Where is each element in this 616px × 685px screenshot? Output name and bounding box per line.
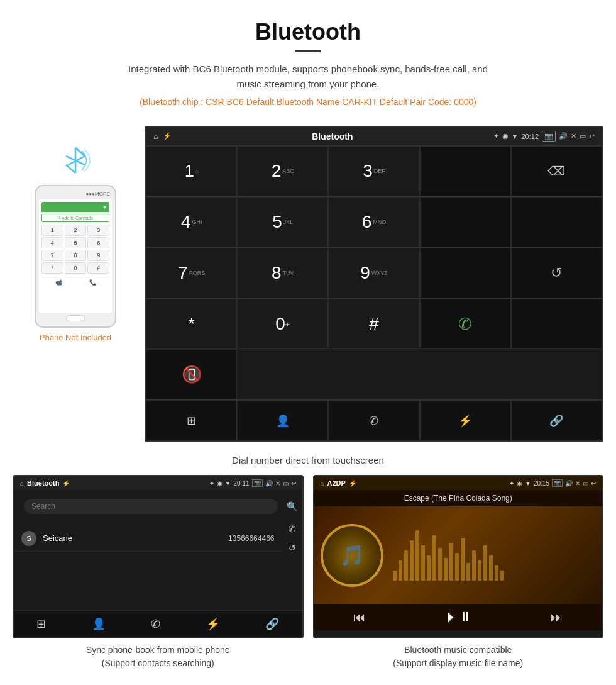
phone-dial-7: 7 [41, 250, 63, 261]
pb-contact-row[interactable]: S Seicane 13566664466 [14, 526, 282, 552]
pb-search-icon[interactable]: 🔍 [287, 501, 297, 511]
nav-dialpad-icon[interactable]: ⊞ [146, 400, 237, 441]
header-description: Integrated with BC6 Bluetooth module, su… [119, 62, 497, 92]
phone-dial-9: 9 [87, 250, 109, 261]
phone-contact-btn: + Add to Contacts [41, 214, 109, 222]
car-screen-dial: ⌂ ⚡ Bluetooth ✦ ◉ ▼ 20:12 📷 🔊 ✕ ▭ ↩ 1⌂ [145, 126, 603, 442]
statusbar-title: Bluetooth [312, 131, 353, 142]
dial-key-empty-1 [420, 146, 511, 196]
dial-key-call[interactable]: ✆ [420, 299, 511, 349]
phone-dial-8: 8 [65, 250, 87, 261]
time-display: 20:12 [521, 133, 539, 140]
svg-line-3 [66, 165, 75, 173]
dial-key-9[interactable]: 9WXYZ [328, 248, 419, 298]
music-content: 🎵 [314, 506, 603, 604]
phone-top-bar: ●●● MORE [39, 191, 112, 197]
phone-green-bar: ▼ [41, 202, 109, 212]
pb-search-placeholder: Search [31, 502, 55, 511]
pb-nav-bt[interactable]: ⚡ [206, 617, 220, 631]
pb-nav-call[interactable]: ✆ [151, 617, 160, 631]
music-song-title: Escape (The Pina Colada Song) [404, 494, 512, 503]
dial-key-7[interactable]: 7PQRS [146, 248, 237, 298]
music-title-label: A2DP [327, 479, 346, 487]
dial-key-8[interactable]: 8TUV [237, 248, 328, 298]
pb-bottom-nav: ⊞ 👤 ✆ ⚡ 🔗 [14, 610, 302, 637]
music-time: 20:15 [534, 480, 549, 487]
music-waveform [393, 530, 597, 581]
title-divider [295, 50, 321, 52]
dial-key-empty-5 [511, 299, 602, 349]
music-album-art: 🎵 [321, 524, 383, 587]
music-container: ⌂ A2DP ⚡ ✦◉▼ 20:15 📷 🔊✕▭↩ Escape (The Pi… [313, 475, 604, 673]
bt-icon: ✦ [493, 132, 499, 140]
pb-contact-name: Seicane [43, 533, 72, 543]
main-screenshot-area: ●●● MORE ▼ + Add to Contacts 1 2 3 4 5 6… [0, 126, 616, 442]
dial-key-empty-2 [420, 197, 511, 247]
dial-key-6[interactable]: 6MNO [328, 197, 419, 247]
phone-device: ●●● MORE ▼ + Add to Contacts 1 2 3 4 5 6… [35, 185, 116, 328]
nav-contacts-icon[interactable]: 👤 [237, 400, 328, 441]
pb-search-bar[interactable]: Search [24, 499, 278, 514]
dial-key-end-call[interactable]: 📵 [146, 349, 237, 399]
dial-key-backspace[interactable]: ⌫ [511, 146, 602, 196]
music-prev-icon[interactable]: ⏮ [353, 610, 366, 625]
phone-dial-2: 2 [65, 225, 87, 236]
dialpad-row-3: 7PQRS 8TUV 9WXYZ ↺ [146, 247, 602, 298]
music-controls: ⏮ ⏵⏸ ⏭ [314, 604, 603, 630]
phone-bottom-bar: 📹 📞 [41, 277, 109, 286]
dial-key-star[interactable]: * [146, 299, 237, 349]
music-song-title-bar: Escape (The Pina Colada Song) [314, 490, 603, 506]
nav-bt-icon[interactable]: ⚡ [420, 400, 511, 441]
phone-dial-4: 4 [41, 237, 63, 248]
phone-mockup-container: ●●● MORE ▼ + Add to Contacts 1 2 3 4 5 6… [13, 126, 138, 342]
statusbar-right: ✦ ◉ ▼ 20:12 📷 🔊 ✕ ▭ ↩ [493, 131, 595, 142]
page-title: Bluetooth [13, 19, 603, 45]
pb-nav-contacts[interactable]: 👤 [92, 617, 106, 631]
header-section: Bluetooth Integrated with BC6 Bluetooth … [0, 0, 616, 126]
phone-dial-3: 3 [87, 225, 109, 236]
pb-avatar: S [21, 531, 36, 546]
camera-icon: 📷 [542, 131, 556, 142]
phone-screen: ▼ + Add to Contacts 1 2 3 4 5 6 7 8 9 * … [39, 199, 112, 313]
dial-key-1[interactable]: 1⌂ [146, 146, 237, 196]
statusbar-left: ⌂ ⚡ [153, 132, 172, 141]
pb-nav-dialpad[interactable]: ⊞ [36, 617, 46, 631]
phone-dialpad: 1 2 3 4 5 6 7 8 9 * 0 # [41, 225, 109, 274]
back-icon: ↩ [589, 132, 595, 140]
pb-statusbar: ⌂ Bluetooth ⚡ ✦◉▼ 20:11 📷 🔊✕▭↩ [14, 476, 302, 490]
dialpad-row-4: * 0+ # ✆ 📵 [146, 298, 602, 399]
dial-key-5[interactable]: 5JKL [237, 197, 328, 247]
music-statusbar: ⌂ A2DP ⚡ ✦◉▼ 20:15 📷 🔊✕▭↩ [314, 476, 603, 490]
phonebook-screen: ⌂ Bluetooth ⚡ ✦◉▼ 20:11 📷 🔊✕▭↩ Search 🔍 [13, 475, 304, 638]
dial-key-refresh[interactable]: ↺ [511, 248, 602, 298]
car-bottom-nav: ⊞ 👤 ✆ ⚡ 🔗 [146, 399, 602, 441]
dialpad-row-1: 1⌂ 2ABC 3DEF ⌫ [146, 145, 602, 196]
dial-key-hash[interactable]: # [328, 299, 419, 349]
phone-dial-star: * [41, 262, 63, 274]
music-play-pause-icon[interactable]: ⏵⏸ [444, 609, 472, 625]
pb-right-call-icon[interactable]: ✆ [289, 524, 296, 534]
car-statusbar: ⌂ ⚡ Bluetooth ✦ ◉ ▼ 20:12 📷 🔊 ✕ ▭ ↩ [146, 127, 602, 145]
phone-home-button [66, 315, 85, 321]
dial-key-empty-4 [420, 248, 511, 298]
pb-time: 20:11 [233, 480, 249, 487]
nav-call-icon[interactable]: ✆ [328, 400, 419, 441]
dial-key-3[interactable]: 3DEF [328, 146, 419, 196]
dial-key-0[interactable]: 0+ [237, 299, 328, 349]
music-next-icon[interactable]: ⏭ [551, 610, 563, 625]
pb-nav-link[interactable]: 🔗 [265, 617, 279, 631]
pb-right-refresh-icon[interactable]: ↺ [289, 543, 296, 553]
home-icon: ⌂ [153, 132, 158, 141]
music-note-icon: 🎵 [339, 543, 365, 567]
bluetooth-signal-icon [57, 145, 94, 179]
signal-icon: ▼ [512, 133, 519, 140]
phone-dial-hash: # [87, 262, 109, 274]
dial-key-2[interactable]: 2ABC [237, 146, 328, 196]
nav-link-icon[interactable]: 🔗 [511, 400, 602, 441]
dial-key-empty-3 [511, 197, 602, 247]
dialpad-row-2: 4GHI 5JKL 6MNO [146, 196, 602, 247]
music-caption: Bluetooth music compatible (Support disp… [313, 638, 604, 673]
window-icon: ▭ [580, 132, 586, 140]
phonebook-container: ⌂ Bluetooth ⚡ ✦◉▼ 20:11 📷 🔊✕▭↩ Search 🔍 [13, 475, 304, 673]
dial-key-4[interactable]: 4GHI [146, 197, 237, 247]
